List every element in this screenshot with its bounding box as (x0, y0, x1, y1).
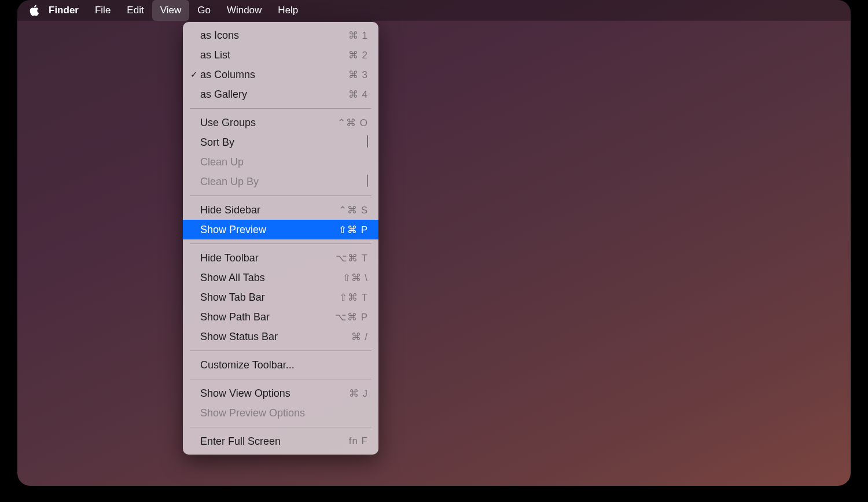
menu-item-shortcut: ⇧⌘ \ (343, 272, 368, 284)
menu-separator (190, 108, 372, 109)
view-menu-dropdown: as Icons⌘ 1as List⌘ 2✓as Columns⌘ 3as Ga… (183, 22, 378, 455)
menu-item-show-status-bar[interactable]: Show Status Bar⌘ / (183, 327, 378, 346)
menu-separator (190, 350, 372, 351)
menu-item-label: Use Groups (200, 117, 337, 129)
menu-item-shortcut: ⇧⌘ T (339, 291, 368, 304)
menu-item-as-list[interactable]: as List⌘ 2 (183, 45, 378, 65)
menu-item-clean-up: Clean Up (183, 152, 378, 172)
menu-item-label: Show Tab Bar (200, 291, 339, 304)
menu-item-shortcut: ⌥⌘ T (336, 252, 368, 264)
menu-separator (190, 195, 372, 196)
menu-item-shortcut: fn F (349, 435, 368, 447)
menu-item-shortcut: ⌘ 2 (348, 49, 368, 61)
menubar-item-window[interactable]: Window (219, 0, 270, 21)
menu-item-hide-sidebar[interactable]: Hide Sidebar⌃⌘ S (183, 200, 378, 220)
menu-item-label: Enter Full Screen (200, 435, 349, 448)
menubar-item-go[interactable]: Go (189, 0, 219, 21)
menu-item-as-icons[interactable]: as Icons⌘ 1 (183, 25, 378, 45)
menu-separator (190, 243, 372, 244)
menu-item-label: Hide Toolbar (200, 252, 336, 264)
menubar: Finder File Edit View Go Window Help (17, 0, 851, 21)
menubar-item-view[interactable]: View (152, 0, 190, 21)
menu-item-shortcut: ⌘ 3 (348, 69, 368, 81)
menu-separator (190, 427, 372, 427)
desktop: Finder File Edit View Go Window Help as … (17, 0, 851, 486)
menu-item-hide-toolbar[interactable]: Hide Toolbar⌥⌘ T (183, 248, 378, 268)
menu-item-label: Show Status Bar (200, 331, 351, 343)
menu-item-label: Show All Tabs (200, 272, 343, 284)
menu-item-show-preview-options: Show Preview Options (183, 403, 378, 423)
menu-item-as-gallery[interactable]: as Gallery⌘ 4 (183, 84, 378, 104)
apple-menu-icon[interactable] (28, 4, 41, 17)
menu-item-label: Clean Up (200, 156, 368, 168)
menu-item-shortcut: ⌘ 4 (348, 88, 368, 101)
menu-item-show-path-bar[interactable]: Show Path Bar⌥⌘ P (183, 307, 378, 327)
menu-item-show-tab-bar[interactable]: Show Tab Bar⇧⌘ T (183, 287, 378, 307)
chevron-right-icon (367, 136, 368, 148)
menu-item-shortcut: ⌃⌘ S (339, 204, 368, 216)
menu-item-show-preview[interactable]: Show Preview⇧⌘ P (183, 220, 378, 239)
menu-item-as-columns[interactable]: ✓as Columns⌘ 3 (183, 65, 378, 84)
menu-item-label: as List (200, 49, 348, 61)
menu-item-shortcut: ⇧⌘ P (339, 224, 368, 236)
menu-item-sort-by[interactable]: Sort By (183, 132, 378, 152)
menu-item-label: as Icons (200, 29, 348, 42)
menu-item-label: Sort By (200, 136, 367, 149)
menu-item-label: Clean Up By (200, 176, 367, 188)
menubar-item-file[interactable]: File (87, 0, 119, 21)
checkmark-icon: ✓ (187, 69, 200, 80)
menu-item-label: Show View Options (200, 387, 349, 400)
menu-item-clean-up-by: Clean Up By (183, 172, 378, 191)
menu-item-label: Show Preview (200, 224, 339, 236)
menu-item-customize-toolbar[interactable]: Customize Toolbar... (183, 355, 378, 375)
menubar-item-help[interactable]: Help (270, 0, 306, 21)
menu-item-label: Customize Toolbar... (200, 359, 368, 371)
menu-item-shortcut: ⌘ J (349, 387, 368, 400)
menu-item-shortcut: ⌘ / (351, 331, 368, 343)
menu-item-shortcut: ⌥⌘ P (335, 311, 368, 323)
menu-item-label: Hide Sidebar (200, 204, 339, 216)
menu-item-label: Show Path Bar (200, 311, 335, 323)
menu-item-shortcut: ⌃⌘ O (337, 117, 368, 129)
menu-item-shortcut: ⌘ 1 (348, 29, 368, 42)
chevron-right-icon (367, 176, 368, 187)
menubar-item-edit[interactable]: Edit (119, 0, 152, 21)
menu-item-label: as Columns (200, 69, 348, 81)
menubar-app-name[interactable]: Finder (49, 0, 87, 21)
menu-item-use-groups[interactable]: Use Groups⌃⌘ O (183, 113, 378, 132)
menu-separator (190, 379, 372, 379)
menu-item-enter-full-screen[interactable]: Enter Full Screenfn F (183, 431, 378, 451)
menu-item-label: Show Preview Options (200, 407, 368, 419)
menu-item-show-view-options[interactable]: Show View Options⌘ J (183, 383, 378, 403)
menu-item-show-all-tabs[interactable]: Show All Tabs⇧⌘ \ (183, 268, 378, 287)
menu-item-label: as Gallery (200, 88, 348, 101)
